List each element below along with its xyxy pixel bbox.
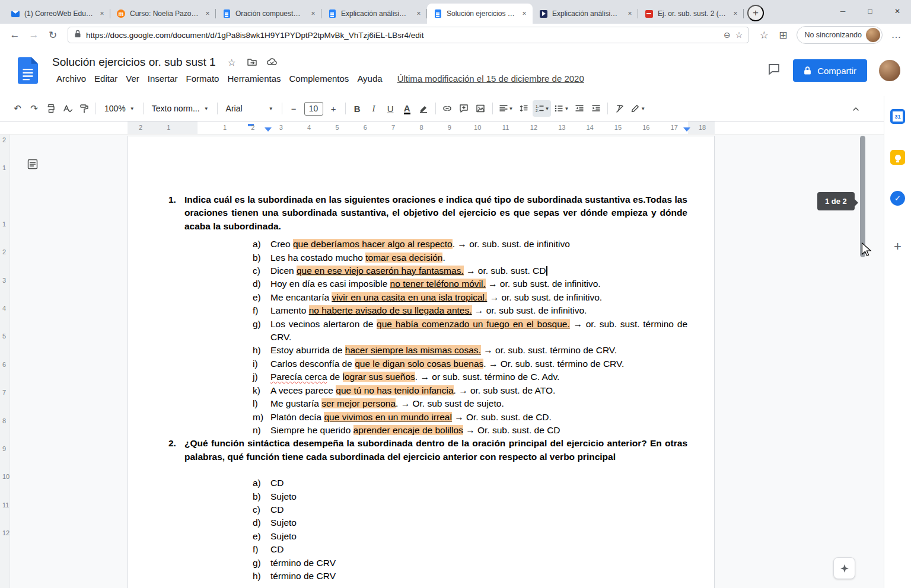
calendar-icon[interactable]: 31 [890,109,905,124]
decrease-font-icon[interactable]: − [286,100,302,117]
browser-tab[interactable]: Explicación análisis de✕ [533,4,638,24]
menu-formato[interactable]: Formato [182,72,224,85]
zoom-select[interactable]: 100%▼ [100,100,139,117]
ruler-number: 5 [335,124,339,131]
menu-archivo[interactable]: Archivo [52,72,90,85]
highlighted-clause: que en ese viejo caserón hay fantasmas. [297,266,464,276]
refresh-button[interactable]: ↻ [44,26,62,44]
keep-icon[interactable] [890,150,905,165]
cloud-status-icon[interactable] [265,55,280,70]
exercise-text: Creo que deberíamos hacer algo al respec… [270,238,687,251]
address-bar[interactable]: https://docs.google.com/document/d/1gPa8… [68,27,749,43]
tab-close-icon[interactable]: ✕ [308,9,318,18]
exercise-line: a)Creo que deberíamos hacer algo al resp… [253,238,687,251]
favorites-bar-icon[interactable]: ☆ [755,26,773,44]
maximize-button[interactable]: □ [856,0,884,23]
docs-header: Solución ejercicios or. sub sust 1 ☆ Arc… [0,46,911,96]
collections-icon[interactable]: ⊞ [774,26,792,44]
insert-link-icon[interactable] [439,100,456,117]
docs-logo-icon[interactable] [18,57,38,87]
tab-close-icon[interactable]: ✕ [414,9,423,18]
exercise-letter: l) [253,397,270,410]
numbered-list-icon[interactable]: 1.2.▼ [533,100,552,117]
hide-menus-icon[interactable] [848,101,864,117]
insert-image-icon[interactable] [473,100,489,117]
vertical-scrollbar[interactable] [860,136,865,257]
menu-complementos[interactable]: Complementos [285,72,353,85]
ruler-number: 13 [558,124,565,131]
tab-close-icon[interactable]: ✕ [97,9,107,18]
ruler-number: 2 [139,124,142,131]
tab-close-icon[interactable]: ✕ [731,9,740,18]
share-button[interactable]: Compartir [793,59,867,82]
ruler-horizontal[interactable]: 21123456789101112131415161718 [0,122,911,135]
browser-tab[interactable]: Oración compuesta - C✕ [216,4,321,24]
font-size-field[interactable]: 10 [304,102,323,116]
menu-ayuda[interactable]: Ayuda [353,72,386,85]
browser-menu-icon[interactable]: … [887,26,905,44]
add-comment-icon[interactable] [456,100,472,117]
menu-insertar[interactable]: Insertar [144,72,182,85]
explore-button[interactable] [833,557,855,579]
document-outline-button[interactable] [25,156,40,172]
browser-tab[interactable]: Curso: Noelia Pazos Ca✕ [110,4,216,24]
new-tab-button[interactable]: + [747,5,764,21]
bulleted-list-icon[interactable]: ▼ [552,100,571,117]
clear-formatting-icon[interactable] [611,100,627,117]
minimize-button[interactable]: ─ [829,0,856,23]
answer-letter: a) [253,477,270,490]
account-avatar[interactable] [879,60,900,81]
increase-indent-icon[interactable] [588,100,604,117]
last-modified-link[interactable]: Última modificación el 15 de diciembre d… [397,74,584,84]
increase-font-icon[interactable]: + [326,100,342,117]
line-spacing-icon[interactable] [516,100,532,117]
menu-ver[interactable]: Ver [122,72,144,85]
forward-button[interactable]: → [25,26,43,44]
svg-text:2.: 2. [536,108,539,113]
font-select[interactable]: Arial▼ [221,100,278,117]
back-button[interactable]: ← [6,26,24,44]
italic-icon[interactable]: I [366,100,382,117]
underline-icon[interactable]: U [383,100,399,117]
question-2-text: ¿Qué función sintáctica desempeña la sub… [184,438,687,461]
undo-icon[interactable]: ↶ [9,100,26,117]
tab-close-icon[interactable]: ✕ [203,9,212,18]
left-indent-marker[interactable] [265,127,272,132]
move-folder-icon[interactable] [244,55,260,70]
document-canvas: 21123456789101112 1. Indica cuál es la s… [0,135,911,588]
paint-format-icon[interactable] [76,100,92,117]
menu-editar[interactable]: Editar [90,72,122,85]
decrease-indent-icon[interactable] [571,100,587,117]
url-text[interactable]: https://docs.google.com/document/d/1gPa8… [86,31,719,40]
align-icon[interactable]: ▼ [496,100,515,117]
document-title[interactable]: Solución ejercicios or. sub sust 1 [52,56,216,69]
zoom-out-icon[interactable]: ⊖ [724,30,731,40]
comments-icon[interactable] [767,62,781,79]
redo-icon[interactable]: ↷ [26,100,42,117]
browser-profile-button[interactable]: No sincronizando [797,26,883,44]
add-addon-icon[interactable]: + [894,239,902,254]
close-button[interactable]: ✕ [884,0,911,23]
editing-mode-icon[interactable]: ▼ [628,100,647,117]
tab-close-icon[interactable]: ✕ [625,9,635,18]
spellcheck-icon[interactable] [59,100,75,117]
tasks-icon[interactable]: ✓ [890,191,905,206]
menu-herramientas[interactable]: Herramientas [223,72,285,85]
browser-tab[interactable]: (1) CorreoWeb Educa✕ [5,4,110,24]
paragraph-style-select[interactable]: Texto norm...▼ [147,100,214,117]
browser-tab[interactable]: Ej. or. sub. sust. 2 (2).p✕ [638,4,744,24]
text-color-icon[interactable]: A [399,100,415,117]
exercise-letter: e) [253,291,270,304]
bold-icon[interactable]: B [349,100,365,117]
browser-tab[interactable]: Solución ejercicios or.✕ [427,4,533,24]
highlight-color-icon[interactable] [416,100,432,117]
favorite-star-icon[interactable]: ☆ [735,30,743,40]
browser-tab[interactable]: Explicación análisis or✕ [321,4,427,24]
star-icon[interactable]: ☆ [224,55,240,70]
tab-close-icon[interactable]: ✕ [520,9,529,18]
toolbar-separator [143,103,144,114]
tab-title: Explicación análisis de [552,9,621,18]
print-icon[interactable] [43,100,59,117]
document-page[interactable]: 1. Indica cuál es la subordinada en las … [128,136,715,588]
right-indent-marker[interactable] [683,127,690,132]
